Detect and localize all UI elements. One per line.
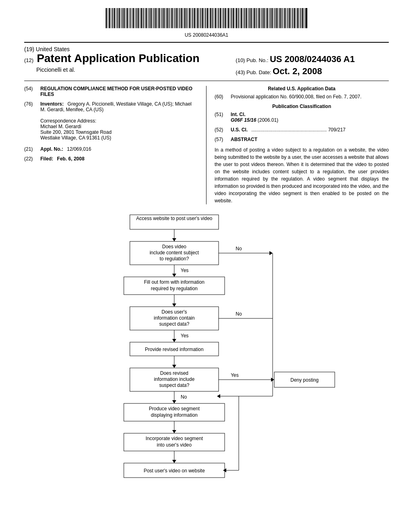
fc-box4-line2: information contain [154, 315, 194, 321]
appl-label: Appl. No.: [40, 146, 63, 152]
svg-rect-76 [228, 8, 229, 28]
intl-cl-num: (51) [215, 112, 231, 123]
svg-rect-32 [157, 8, 158, 28]
svg-rect-117 [294, 8, 295, 28]
svg-rect-13 [127, 8, 128, 28]
svg-rect-16 [131, 8, 132, 28]
pub-no-prefix: (10) Pub. No.: [236, 57, 268, 63]
svg-rect-89 [249, 8, 250, 28]
svg-rect-30 [154, 8, 154, 28]
inventors-header-line: Piccionelli et al. [36, 66, 225, 73]
svg-rect-97 [262, 8, 263, 28]
abstract-header-row: (57) ABSTRACT [215, 137, 389, 142]
fc-box9-text: Post user's video on website [144, 468, 205, 474]
flowchart-diagram: Access website to post user's video Does… [53, 211, 360, 493]
svg-rect-27 [149, 8, 150, 28]
svg-rect-64 [209, 8, 209, 28]
svg-marker-137 [172, 303, 176, 307]
svg-rect-5 [114, 8, 115, 28]
fc-box5-text: Provide revised information [145, 347, 203, 352]
svg-rect-120 [299, 8, 300, 28]
correspondence-block: Correspondence Address: Michael M. Gerar… [40, 118, 198, 141]
filed-field-row: (22) Filed: Feb. 6, 2008 [24, 156, 198, 162]
fc-box4-line3: suspect data? [159, 321, 190, 327]
svg-rect-103 [271, 8, 273, 28]
us-cl-dots: ........................................… [251, 127, 327, 133]
svg-rect-53 [191, 8, 192, 28]
svg-rect-92 [254, 8, 255, 28]
svg-rect-74 [225, 8, 226, 28]
svg-rect-75 [227, 8, 227, 28]
svg-rect-47 [181, 8, 182, 28]
header-section: (19) United States (12) Patent Applicati… [24, 42, 389, 77]
appl-field-row: (21) Appl. No.: 12/069,016 [24, 146, 198, 152]
svg-rect-101 [269, 8, 269, 28]
svg-rect-62 [205, 8, 206, 28]
related-section-title: Related U.S. Application Data [215, 86, 389, 91]
svg-marker-152 [217, 394, 220, 398]
fc-box3-line1: Fill out form with information [144, 279, 204, 285]
svg-rect-8 [119, 8, 120, 28]
svg-rect-48 [183, 8, 184, 28]
svg-rect-124 [305, 8, 307, 28]
filed-num: (22) [24, 156, 40, 162]
appl-content: Appl. No.: 12/069,016 [40, 146, 198, 152]
country-label: (19) United States [24, 46, 225, 52]
svg-rect-54 [192, 8, 193, 28]
pub-date-line: (43) Pub. Date: Oct. 2, 2008 [236, 66, 389, 77]
svg-rect-87 [246, 8, 247, 28]
svg-rect-88 [248, 8, 248, 28]
svg-rect-68 [215, 8, 216, 28]
correspondence-value: Michael M. Gerardi Suite 200, 2801 Towns… [40, 124, 198, 141]
svg-rect-41 [171, 8, 173, 28]
svg-rect-11 [123, 8, 125, 28]
barcode-area: // We'll draw it inline below [24, 8, 389, 30]
related-num: (60) [215, 94, 231, 100]
svg-rect-106 [276, 8, 277, 28]
svg-rect-52 [189, 8, 190, 28]
svg-rect-115 [291, 8, 292, 28]
svg-rect-33 [159, 8, 160, 28]
svg-rect-58 [199, 8, 200, 28]
svg-rect-99 [265, 8, 266, 28]
fc-box7-line2: displaying information [151, 412, 198, 418]
fc-box3-line2: required by regulation [151, 286, 198, 291]
svg-rect-100 [267, 8, 268, 28]
svg-rect-80 [235, 8, 235, 28]
us-cl-row: (52) U.S. Cl. ..........................… [215, 127, 389, 133]
svg-rect-69 [217, 8, 217, 28]
flowchart-section: Access website to post user's video Does… [24, 211, 389, 493]
svg-rect-94 [257, 8, 258, 28]
svg-rect-108 [280, 8, 281, 28]
header-left: (19) United States (12) Patent Applicati… [24, 46, 225, 73]
fc-box7-line1: Produce video segment [149, 406, 200, 411]
svg-rect-28 [150, 8, 152, 28]
svg-rect-17 [133, 8, 134, 28]
svg-rect-65 [210, 8, 211, 28]
us-cl-num: (52) [215, 127, 231, 133]
fc-box-deny: Deny posting [290, 377, 319, 383]
fc-box8-line2: into user's video [157, 442, 192, 448]
svg-rect-93 [256, 8, 257, 28]
svg-marker-144 [172, 365, 176, 368]
intl-cl-row: (51) Int. Cl. G06F 15/16 (2006.01) [215, 112, 389, 123]
svg-rect-118 [296, 8, 296, 28]
svg-rect-82 [238, 8, 239, 28]
intl-cl-class: G06F 15/16 [231, 117, 256, 123]
svg-rect-96 [261, 8, 261, 28]
svg-rect-121 [300, 8, 301, 28]
svg-marker-128 [172, 238, 176, 241]
svg-rect-1 [108, 8, 108, 28]
svg-rect-110 [283, 8, 284, 28]
svg-rect-104 [273, 8, 274, 28]
svg-rect-31 [155, 8, 156, 28]
fc-box8-line1: Incorporate video segment [146, 436, 203, 441]
svg-rect-23 [143, 8, 144, 28]
svg-rect-113 [288, 8, 288, 28]
filed-label: Filed: [40, 156, 53, 162]
svg-rect-83 [240, 8, 240, 28]
svg-rect-7 [117, 8, 118, 28]
svg-rect-0 [106, 8, 107, 28]
fc-label-no1: No [236, 246, 242, 251]
title-field-row: (54) REGULATION COMPLIANCE METHOD FOR US… [24, 86, 198, 97]
